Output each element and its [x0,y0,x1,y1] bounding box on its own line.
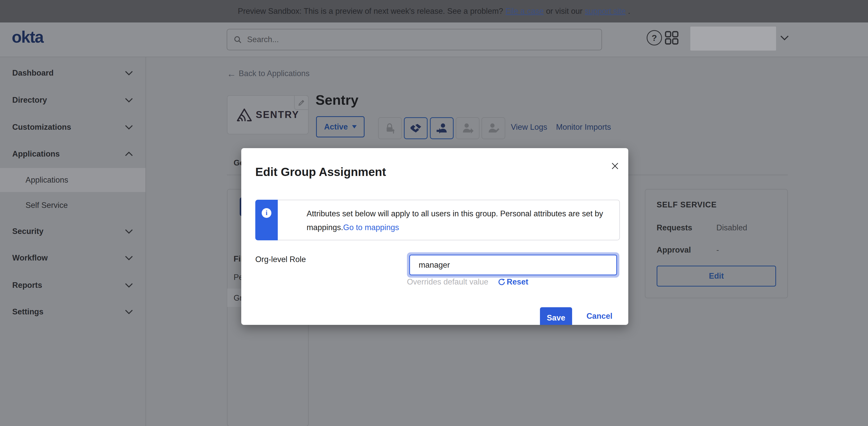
cancel-button[interactable]: Cancel [585,312,614,321]
close-icon[interactable] [609,160,621,172]
go-to-mappings-link[interactable]: Go to mappings [343,223,399,232]
info-icon: i [262,208,271,218]
info-banner: i Attributes set below will apply to all… [255,200,620,240]
modal-title: Edit Group Assignment [255,165,386,179]
overrides-helper-text: Overrides default value [407,277,488,286]
reset-icon [498,278,506,286]
field-helper-row: Overrides default value Reset [407,277,528,286]
info-banner-accent: i [255,200,278,240]
okta-admin-app: Preview Sandbox: This is a preview of ne… [0,0,868,426]
org-level-role-input[interactable] [409,255,617,275]
org-level-role-label: Org-level Role [255,255,306,264]
save-button[interactable]: Save [540,307,572,325]
reset-link[interactable]: Reset [498,277,528,286]
edit-group-assignment-modal: Edit Group Assignment i Attributes set b… [241,148,628,325]
info-banner-text: Attributes set below will apply to all u… [307,207,620,235]
